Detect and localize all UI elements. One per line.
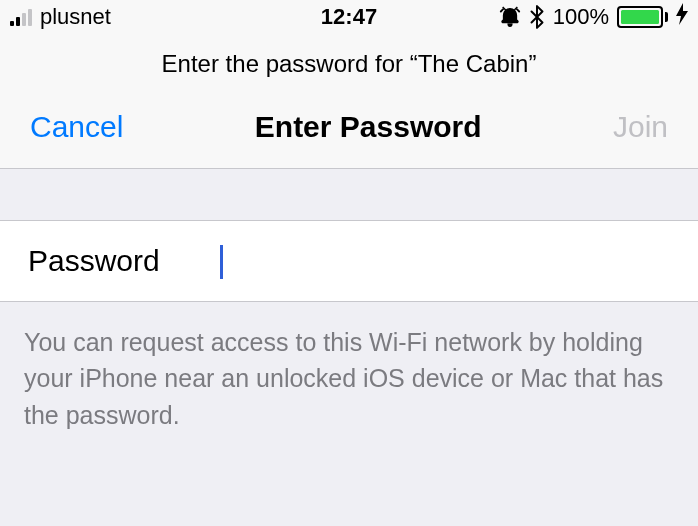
clock-label: 12:47 <box>321 4 377 30</box>
carrier-label: plusnet <box>40 4 111 30</box>
battery-icon <box>617 6 668 28</box>
password-input[interactable] <box>220 243 670 279</box>
text-caret <box>220 245 223 279</box>
modal-title: Enter Password <box>255 110 482 144</box>
status-bar: plusnet 12:47 100% <box>0 0 698 34</box>
alarm-icon <box>499 6 521 28</box>
status-right: 100% <box>499 3 688 31</box>
modal-navbar: Cancel Enter Password Join <box>0 100 698 169</box>
password-label: Password <box>28 244 160 278</box>
signal-bars-icon <box>10 8 32 26</box>
prompt-subtitle: Enter the password for “The Cabin” <box>0 34 698 100</box>
status-left: plusnet <box>10 4 111 30</box>
cancel-button[interactable]: Cancel <box>30 110 123 144</box>
section-gap <box>0 169 698 221</box>
join-button[interactable]: Join <box>613 110 668 144</box>
password-row[interactable]: Password <box>0 221 698 302</box>
bluetooth-icon <box>529 5 545 29</box>
help-text: You can request access to this Wi-Fi net… <box>0 302 698 455</box>
charging-bolt-icon <box>676 3 688 31</box>
battery-pct-label: 100% <box>553 4 609 30</box>
password-input-wrap[interactable] <box>220 243 670 279</box>
